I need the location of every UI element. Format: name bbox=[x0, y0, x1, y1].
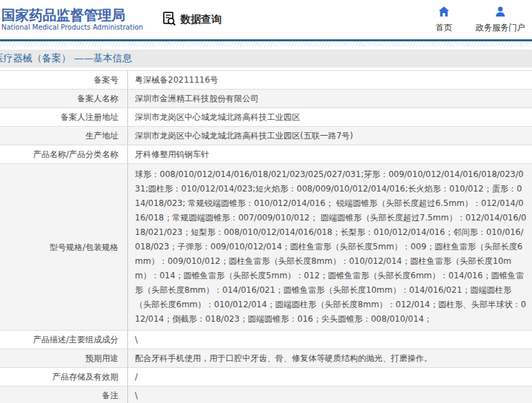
logo-subtitle: National Medical Products Administration bbox=[1, 23, 143, 32]
portal-label: 政务服务门户 bbox=[476, 22, 525, 34]
header: 国家药品监督管理局 National Medical Products Admi… bbox=[0, 0, 532, 39]
table-row-model-specs: 型号规格/包装规格 球形：008/010/012/014/016/018/021… bbox=[0, 163, 532, 330]
table-row-record-number: 备案号 粤深械备20211116号 bbox=[0, 70, 532, 89]
row-label: 备注 bbox=[0, 386, 128, 403]
table-row-filer-address: 备案人注册地址 深圳市龙岗区中心城龙城北路高科技工业园区 bbox=[0, 107, 532, 126]
table-row-remarks: 备注 \ bbox=[0, 386, 532, 403]
row-value: \ bbox=[128, 331, 532, 349]
row-label: 生产地址 bbox=[0, 127, 128, 145]
row-value: 深圳市龙岗区中心城龙城北路高科技工业园区(五联一路7号) bbox=[128, 127, 532, 145]
data-query-icon bbox=[161, 10, 178, 30]
home-link[interactable]: 首页 bbox=[430, 6, 458, 34]
data-query-nav[interactable]: 数据查询 bbox=[161, 10, 222, 30]
page-title: 医疗器械（备案） ——基本信息 bbox=[0, 52, 131, 65]
row-value: 牙科修整用钨钢车针 bbox=[128, 145, 532, 163]
row-label: 产品存储及有效期 bbox=[0, 368, 128, 386]
row-label: 备案人名称 bbox=[0, 90, 128, 107]
row-value: 粤深械备20211116号 bbox=[128, 71, 532, 89]
logo-title: 国家药品监督管理局 bbox=[1, 8, 143, 23]
row-label: 产品名称/产品分类名称 bbox=[0, 145, 128, 163]
table-row-intended-use: 预期用途 配合牙科手机使用，用于口腔中牙齿、骨、修复体等硬质结构的抛光、打磨操作… bbox=[0, 349, 532, 367]
row-label: 备案人注册地址 bbox=[0, 108, 128, 126]
table-row-filer-name: 备案人名称 深圳市金洲精工科技股份有限公司 bbox=[0, 89, 532, 107]
home-label: 首页 bbox=[436, 22, 452, 34]
row-label: 备案号 bbox=[0, 71, 128, 89]
section-title-band: 医疗器械（备案） ——基本信息 bbox=[0, 50, 532, 68]
home-icon bbox=[438, 6, 450, 21]
row-value: 深圳市龙岗区中心城龙城北路高科技工业园区 bbox=[128, 108, 532, 126]
row-label: 预期用途 bbox=[0, 349, 128, 367]
row-value: 球形：008/010/012/014/016/018/021/023/025/0… bbox=[128, 164, 532, 330]
table-row-production-address: 生产地址 深圳市龙岗区中心城龙城北路高科技工业园区(五联一路7号) bbox=[0, 126, 532, 145]
portal-user-icon bbox=[494, 6, 507, 21]
row-value: / bbox=[128, 368, 532, 386]
row-label: 产品描述/主要组成成分 bbox=[0, 331, 128, 349]
table-row-storage-validity: 产品存储及有效期 / bbox=[0, 367, 532, 386]
nmpa-logo[interactable]: 国家药品监督管理局 National Medical Products Admi… bbox=[1, 8, 143, 32]
row-label: 型号规格/包装规格 bbox=[0, 164, 128, 330]
row-value: 配合牙科手机使用，用于口腔中牙齿、骨、修复体等硬质结构的抛光、打磨操作。 bbox=[128, 349, 532, 367]
stripe-band bbox=[0, 41, 532, 47]
row-value: \ bbox=[128, 386, 532, 403]
row-value: 深圳市金洲精工科技股份有限公司 bbox=[128, 90, 532, 107]
data-query-label: 数据查询 bbox=[180, 13, 222, 26]
portal-link[interactable]: 政务服务门户 bbox=[476, 6, 525, 34]
info-table: 备案号 粤深械备20211116号 备案人名称 深圳市金洲精工科技股份有限公司 … bbox=[0, 70, 532, 403]
table-row-product-name: 产品名称/产品分类名称 牙科修整用钨钢车针 bbox=[0, 145, 532, 163]
table-row-product-description: 产品描述/主要组成成分 \ bbox=[0, 330, 532, 349]
